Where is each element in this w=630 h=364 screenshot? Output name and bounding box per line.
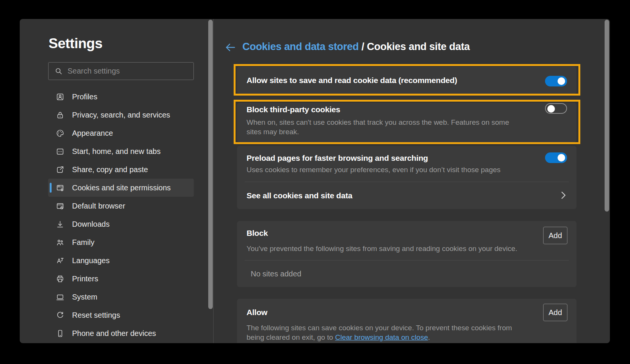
allow-section-title: Allow [247,308,567,317]
sidebar-item-label: Family [72,238,94,247]
sidebar-item-label: Reset settings [72,311,120,320]
sidebar-item-cookies-site-permissions[interactable]: Cookies and site permissions [48,179,194,197]
toggle-knob [558,154,565,162]
share-icon [56,165,64,174]
back-arrow-icon [224,41,237,53]
allow-cookies-row: Allow sites to save and read cookie data… [237,67,577,94]
block-section-title: Block [247,229,567,238]
chevron-right-icon [558,190,568,200]
settings-nav: Profiles Privacy, search, and services [48,88,194,342]
sidebar-item-downloads[interactable]: Downloads [48,215,194,233]
preload-pages-description: Uses cookies to remember your preference… [247,165,567,175]
sidebar-item-privacy[interactable]: Privacy, search, and services [48,106,194,124]
sidebar-item-label: Profiles [72,93,97,101]
sidebar-item-label: Languages [72,256,110,265]
sidebar-item-label: Default browser [72,202,125,210]
sidebar-item-system[interactable]: System [48,288,194,306]
search-settings-box [48,62,194,80]
see-all-cookies-row[interactable]: See all cookies and site data [237,182,577,209]
sidebar-item-label: Appearance [72,129,113,138]
block-add-button[interactable]: Add [543,227,567,244]
sidebar-scrollbar-thumb[interactable] [208,20,213,309]
default-browser-icon [56,202,64,210]
selected-indicator [50,183,52,193]
sidebar-item-printers[interactable]: Printers [48,270,194,288]
lock-icon [56,111,64,119]
sidebar-item-profiles[interactable]: Profiles [48,88,194,106]
preload-pages-row: Preload pages for faster browsing and se… [237,146,577,175]
allow-cookies-toggle[interactable] [545,76,567,86]
allow-section-card: Allow The following sites can save cooki… [237,299,577,343]
sidebar-item-label: Start, home, and new tabs [72,147,160,156]
sidebar-item-label: Downloads [72,220,110,229]
preload-pages-title: Preload pages for faster browsing and se… [247,154,567,163]
download-icon [56,220,64,229]
languages-icon [56,256,64,265]
breadcrumb-parent-link[interactable]: Cookies and data stored [242,41,359,52]
sidebar-item-family[interactable]: Family [48,233,194,251]
preload-pages-toggle[interactable] [545,152,567,163]
edge-settings-window: Settings Profiles [20,19,610,343]
block-section-description: You've prevented the following sites fro… [247,244,567,254]
start-tabs-icon [56,147,64,156]
block-section-card: Block You've prevented the following sit… [237,221,577,287]
back-button[interactable] [224,41,237,53]
profiles-icon [56,93,64,101]
page-scrollbar-thumb[interactable] [605,20,609,212]
panel-divider [213,19,214,343]
clear-browsing-data-link[interactable]: Clear browsing data on close [335,333,428,341]
search-input[interactable] [67,66,182,76]
preload-and-see-all-group: Preload pages for faster browsing and se… [237,146,577,209]
sidebar-item-share-copy-paste[interactable]: Share, copy and paste [48,160,194,179]
sidebar-item-default-browser[interactable]: Default browser [48,197,194,215]
allow-description-period: . [428,333,430,341]
breadcrumb: Cookies and data stored / Cookies and si… [242,41,470,53]
printer-icon [56,275,64,283]
block-third-party-toggle[interactable] [545,103,567,114]
sidebar-item-appearance[interactable]: Appearance [48,124,194,142]
block-third-party-description: When on, sites can't use cookies that tr… [247,118,516,136]
sidebar-item-label: Printers [72,275,98,283]
reset-icon [56,311,64,320]
toggle-knob [558,77,565,85]
block-empty-label: No sites added [251,270,301,278]
sidebar-item-languages[interactable]: Languages [48,251,194,270]
block-empty-row: No sites added [237,260,577,287]
phone-icon [56,329,64,338]
sidebar-item-label: Share, copy and paste [72,165,148,174]
site-permissions-icon [56,184,64,192]
palette-icon [56,129,64,138]
sidebar-item-label: Phone and other devices [72,329,156,338]
family-icon [56,238,64,247]
laptop-icon [56,293,64,301]
allow-cookies-title: Allow sites to save and read cookie data… [247,76,457,85]
sidebar-item-reset-settings[interactable]: Reset settings [48,306,194,324]
allow-add-button[interactable]: Add [543,304,567,321]
block-third-party-row: Block third-party cookies When on, sites… [237,103,577,142]
sidebar-item-start-home-tabs[interactable]: Start, home, and new tabs [48,142,194,160]
page-title: Settings [49,36,102,52]
sidebar-item-label: System [72,293,97,301]
breadcrumb-current: Cookies and site data [367,41,470,52]
allow-section-description: The following sites can save cookies on … [247,323,527,342]
sidebar-item-label: Cookies and site permissions [72,184,171,192]
block-third-party-title: Block third-party cookies [247,105,567,114]
breadcrumb-separator: / [359,41,367,52]
sidebar-item-phone-devices[interactable]: Phone and other devices [48,324,194,342]
sidebar-item-label: Privacy, search, and services [72,111,170,119]
see-all-cookies-label: See all cookies and site data [247,191,352,200]
toggle-knob [547,105,555,113]
search-icon [55,67,63,75]
